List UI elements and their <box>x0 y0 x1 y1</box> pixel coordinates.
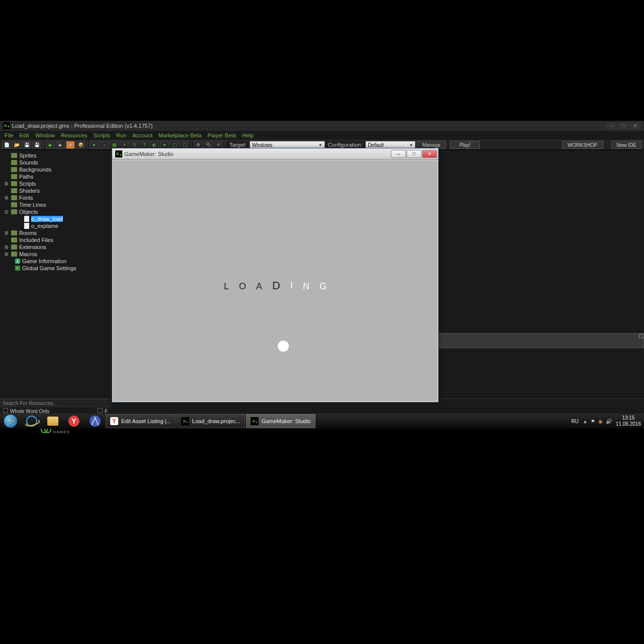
menu-resources[interactable]: Resources <box>58 132 90 139</box>
folder-icon <box>11 202 17 207</box>
save-all-icon[interactable]: 💾 <box>32 141 41 149</box>
stop-icon[interactable]: ■ <box>66 141 75 149</box>
taskbar-item-gamemaker[interactable]: ✕ₒLoad_draw.projec... <box>177 414 245 428</box>
tree-shaders[interactable]: Shaders <box>0 187 110 194</box>
tree-fonts[interactable]: ⊞Fonts <box>0 194 110 201</box>
folder-icon <box>11 195 17 200</box>
target-label: Target: <box>227 142 249 148</box>
taskbar-item-game[interactable]: ✕ₒGameMaker: Studio <box>246 414 315 428</box>
folder-icon <box>11 209 17 214</box>
tree-sprites[interactable]: Sprites <box>0 152 110 159</box>
game-window-titlebar[interactable]: ✕ₒ GameMaker: Studio ─ □ ✕ <box>112 148 438 159</box>
tray-arrow-icon[interactable]: ▲ <box>583 419 588 424</box>
folder-icon <box>11 181 17 186</box>
menu-account[interactable]: Account <box>130 132 155 139</box>
package-icon[interactable]: 📦 <box>76 141 85 149</box>
play-button[interactable]: Play! <box>450 141 480 149</box>
folder-icon <box>11 245 17 250</box>
tree-scripts[interactable]: ⊞Scripts <box>0 180 110 187</box>
folder-icon <box>11 188 17 193</box>
menu-marketplace[interactable]: Marketplace Beta <box>156 132 204 139</box>
tree-objects[interactable]: ⊟Objects <box>0 208 110 215</box>
new-ide-button[interactable]: New IDE <box>611 141 642 149</box>
ie-pinned-icon[interactable] <box>21 414 42 428</box>
game-maximize-button[interactable]: □ <box>407 150 422 158</box>
tree-object-explame[interactable]: o_explame <box>0 222 110 229</box>
taskbar-clock[interactable]: 13:15 11.06.2016 <box>616 415 641 427</box>
folder-icon <box>11 167 17 172</box>
bottom-panel[interactable] <box>438 333 644 348</box>
app-icon: ✕ₒ <box>3 122 10 129</box>
create-sound-icon[interactable]: ♪ <box>100 141 109 149</box>
minimize-button[interactable]: ─ <box>606 122 617 129</box>
info-icon: i <box>15 259 20 264</box>
tree-timelines[interactable]: Time Lines <box>0 201 110 208</box>
tree-included-files[interactable]: Included Files <box>0 236 110 244</box>
loading-ball-icon <box>278 341 289 352</box>
maximize-button[interactable]: □ <box>618 122 629 129</box>
check-icon: ✓ <box>15 266 20 271</box>
loading-text: LOADING <box>113 281 437 294</box>
save-icon[interactable]: 💾 <box>22 141 31 149</box>
tree-sounds[interactable]: Sounds <box>0 159 110 166</box>
tree-game-information[interactable]: iGame Information <box>0 258 110 265</box>
object-icon <box>24 223 29 229</box>
tree-extensions[interactable]: ⊞Extensions <box>0 244 110 251</box>
open-icon[interactable]: 📂 <box>12 141 21 149</box>
snipping-pinned-icon[interactable] <box>85 414 106 428</box>
menubar: File Edit Window Resources Scripts Run A… <box>0 131 644 140</box>
tree-macros[interactable]: ⊞Macros <box>0 251 110 258</box>
folder-icon <box>11 252 17 257</box>
windows-taskbar: Y YEdit Asset Listing |... ✕ₒLoad_draw.p… <box>0 414 644 429</box>
folder-icon <box>11 237 17 243</box>
game-close-button[interactable]: ✕ <box>422 150 437 158</box>
close-button[interactable]: ✕ <box>630 122 641 129</box>
taskbar-item-browser[interactable]: YEdit Asset Listing |... <box>106 414 176 428</box>
tree-global-settings[interactable]: ✓Global Game Settings <box>0 265 110 272</box>
tray-volume-icon[interactable]: 🔊 <box>606 419 612 424</box>
titlebar[interactable]: ✕ₒ Load_draw.project.gmx - Professional … <box>0 121 644 131</box>
folder-icon <box>11 160 17 165</box>
folder-icon <box>11 174 17 179</box>
tree-object-draw-load[interactable]: o_draw_load <box>0 215 110 222</box>
game-minimize-button[interactable]: ─ <box>391 150 406 158</box>
tray-flag-icon[interactable]: ⚑ <box>591 419 595 424</box>
menu-edit[interactable]: Edit <box>17 132 32 139</box>
debug-icon[interactable]: ▶ <box>56 141 65 149</box>
menu-scripts[interactable]: Scripts <box>91 132 113 139</box>
resource-tree: Sprites Sounds Backgrounds Paths ⊞Script… <box>0 150 111 398</box>
game-window-title: GameMaker: Studio <box>124 151 174 157</box>
menu-player[interactable]: Player Beta <box>205 132 239 139</box>
system-tray: RU ▲ ⚑ ◉ 🔊 13:15 11.06.2016 <box>572 415 644 427</box>
app-icon: ✕ₒ <box>115 150 122 157</box>
start-button[interactable] <box>0 414 21 429</box>
folder-icon <box>11 230 17 235</box>
language-indicator[interactable]: RU <box>572 419 579 424</box>
menu-run[interactable]: Run <box>114 132 129 139</box>
workshop-button[interactable]: WORKSHOP <box>562 141 603 149</box>
create-sprite-icon[interactable]: ● <box>90 141 99 149</box>
search-input[interactable]: Search For Resources... <box>0 399 111 407</box>
window-title: Load_draw.project.gmx - Professional Edi… <box>12 123 152 129</box>
explorer-pinned-icon[interactable] <box>42 414 63 428</box>
tree-backgrounds[interactable]: Backgrounds <box>0 166 110 173</box>
folder-icon <box>11 153 17 158</box>
tree-rooms[interactable]: ⊞Rooms <box>0 229 110 236</box>
tree-paths[interactable]: Paths <box>0 173 110 180</box>
config-label: Configuration: <box>326 142 365 148</box>
menu-file[interactable]: File <box>2 132 16 139</box>
new-file-icon[interactable]: 📄 <box>2 141 11 149</box>
menu-help[interactable]: Help <box>239 132 256 139</box>
menu-window[interactable]: Window <box>33 132 57 139</box>
tray-network-icon[interactable]: ◉ <box>598 419 603 424</box>
expand-grip-icon[interactable] <box>639 334 643 338</box>
run-icon[interactable]: ▶ <box>46 141 55 149</box>
game-canvas: LOADING <box>112 159 438 402</box>
game-preview-window[interactable]: ✕ₒ GameMaker: Studio ─ □ ✕ LOADING <box>112 148 439 403</box>
object-icon <box>24 216 29 222</box>
yandex-pinned-icon[interactable]: Y <box>63 414 85 428</box>
